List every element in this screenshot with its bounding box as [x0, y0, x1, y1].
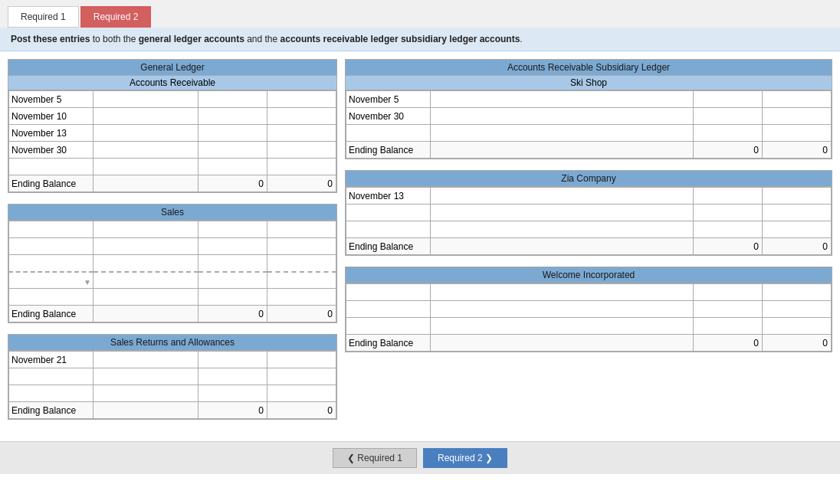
input-cell[interactable]	[199, 289, 267, 306]
input-cell[interactable]	[94, 306, 199, 322]
balance-cell[interactable]	[763, 108, 832, 125]
input-cell[interactable]	[431, 142, 694, 159]
balance-cell[interactable]	[267, 272, 336, 289]
input-cell[interactable]	[694, 108, 763, 125]
input-cell[interactable]	[431, 108, 694, 125]
row-label: November 5	[346, 91, 431, 108]
input-cell[interactable]	[199, 255, 267, 272]
balance-label: Ending Balance	[346, 335, 431, 352]
input-cell[interactable]	[94, 108, 199, 125]
input-cell[interactable]	[199, 385, 267, 402]
input-cell[interactable]	[199, 142, 267, 159]
input-cell[interactable]	[431, 205, 694, 221]
section-welcome-inc: Welcome Incorporated	[345, 267, 832, 352]
input-cell[interactable]	[94, 221, 199, 238]
prev-button[interactable]: ❮ Required 1	[333, 448, 417, 468]
input-cell[interactable]	[94, 238, 199, 255]
balance-value: 0	[267, 402, 336, 419]
tab-required1[interactable]: Required 1	[8, 6, 79, 28]
input-cell[interactable]	[694, 301, 763, 318]
section-accounts-receivable: General Ledger Accounts Receivable Novem…	[8, 59, 337, 193]
input-cell[interactable]	[94, 91, 199, 108]
accounts-receivable-table: November 5 November 10 November 13	[8, 90, 336, 192]
section-ski-shop-subheader: Ski Shop	[346, 76, 832, 90]
table-row: November 10	[9, 108, 336, 125]
balance-value: 0	[763, 238, 832, 255]
balance-cell[interactable]	[267, 221, 336, 238]
balance-cell[interactable]	[267, 289, 336, 306]
input-cell[interactable]	[431, 301, 694, 318]
table-row: November 30	[346, 108, 832, 125]
tab-required2[interactable]: Required 2	[80, 6, 152, 28]
input-cell[interactable]	[199, 91, 267, 108]
section-sales-returns: Sales Returns and Allowances November 21	[8, 334, 337, 420]
input-cell[interactable]	[694, 318, 763, 335]
input-cell[interactable]	[431, 221, 694, 238]
input-cell[interactable]	[431, 238, 694, 255]
row-label	[346, 221, 431, 238]
balance-cell[interactable]	[267, 385, 336, 402]
balance-cell[interactable]	[763, 301, 832, 318]
next-button[interactable]: Required 2 ❯	[423, 448, 507, 468]
input-cell[interactable]	[94, 352, 199, 368]
table-row	[346, 301, 832, 318]
input-cell[interactable]	[694, 188, 763, 205]
balance-cell[interactable]	[267, 125, 336, 142]
balance-cell[interactable]	[267, 238, 336, 255]
section-sales-header: Sales	[8, 205, 336, 221]
input-cell[interactable]	[431, 188, 694, 205]
input-cell[interactable]	[431, 318, 694, 335]
balance-cell[interactable]	[763, 221, 832, 238]
input-cell[interactable]	[199, 272, 267, 289]
input-cell[interactable]	[199, 125, 267, 142]
row-label: November 13	[346, 188, 431, 205]
input-cell[interactable]	[94, 272, 199, 289]
input-cell[interactable]	[431, 335, 694, 352]
input-cell[interactable]	[694, 91, 763, 108]
input-cell[interactable]	[94, 255, 199, 272]
input-cell[interactable]	[94, 402, 199, 419]
row-label	[9, 255, 94, 272]
input-cell[interactable]	[694, 125, 763, 142]
input-cell[interactable]	[431, 91, 694, 108]
input-cell[interactable]	[94, 289, 199, 306]
input-cell[interactable]	[94, 125, 199, 142]
balance-cell[interactable]	[267, 91, 336, 108]
balance-cell[interactable]	[763, 125, 832, 142]
input-cell[interactable]	[94, 175, 199, 192]
balance-cell[interactable]	[267, 108, 336, 125]
table-row	[346, 221, 832, 238]
balance-cell[interactable]	[267, 368, 336, 385]
balance-row: Ending Balance 0 0	[9, 402, 336, 419]
input-cell[interactable]	[431, 284, 694, 301]
table-row	[346, 284, 832, 301]
input-cell[interactable]	[199, 159, 267, 175]
input-cell[interactable]	[94, 159, 199, 175]
balance-cell[interactable]	[267, 255, 336, 272]
input-cell[interactable]	[199, 352, 267, 368]
balance-cell[interactable]	[763, 284, 832, 301]
balance-cell[interactable]	[763, 205, 832, 221]
balance-cell[interactable]	[267, 352, 336, 368]
balance-cell[interactable]	[763, 91, 832, 108]
input-cell[interactable]	[94, 385, 199, 402]
input-cell[interactable]	[199, 368, 267, 385]
row-label	[9, 159, 94, 175]
input-cell[interactable]	[694, 221, 763, 238]
tabs-bar: Required 1 Required 2	[0, 0, 840, 28]
input-cell[interactable]	[94, 368, 199, 385]
balance-cell[interactable]	[763, 318, 832, 335]
input-cell[interactable]	[94, 142, 199, 159]
balance-cell[interactable]	[267, 159, 336, 175]
input-cell[interactable]	[431, 125, 694, 142]
balance-cell[interactable]	[267, 142, 336, 159]
input-cell[interactable]	[694, 205, 763, 221]
right-panel: Accounts Receivable Subsidiary Ledger Sk…	[345, 59, 832, 430]
input-cell[interactable]	[199, 221, 267, 238]
table-row: November 30	[9, 142, 336, 159]
table-row-dashed: ▼	[9, 272, 336, 289]
input-cell[interactable]	[199, 108, 267, 125]
balance-cell[interactable]	[763, 188, 832, 205]
input-cell[interactable]	[199, 238, 267, 255]
input-cell[interactable]	[694, 284, 763, 301]
